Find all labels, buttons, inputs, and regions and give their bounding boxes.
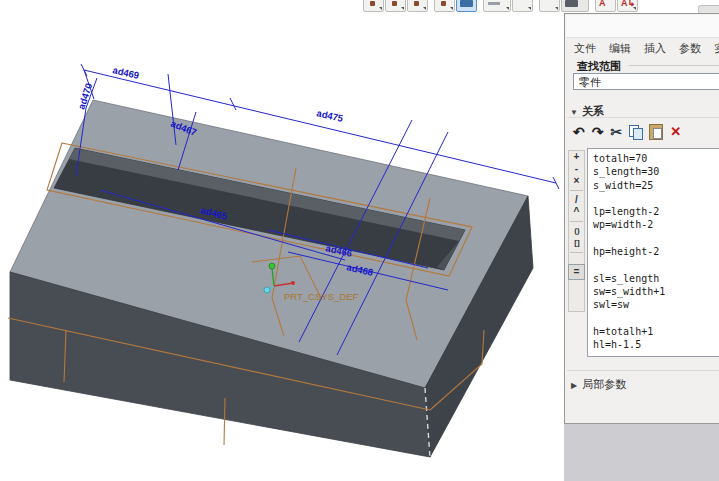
toolbar-button-1[interactable] <box>363 0 384 12</box>
csys-z-handle[interactable] <box>264 287 270 293</box>
menu-parameters[interactable]: 参数 <box>679 41 701 56</box>
local-params-section-header[interactable]: ▶局部参数 <box>571 377 626 392</box>
background-area <box>564 424 719 481</box>
csys-label[interactable]: PRT_CSYS_DEF <box>284 291 358 302</box>
op-plus-button[interactable]: + <box>569 151 584 163</box>
csys-cross-mark: × <box>291 301 296 311</box>
groupbox-divider <box>629 65 719 66</box>
app-window: ad469 ad467 ad475 ad465 ad466 ad468 ad47… <box>0 0 719 481</box>
dim-label-ad469[interactable]: ad469 <box>112 64 141 81</box>
op-divide-button[interactable]: / <box>569 194 584 206</box>
dialog-menubar: 文件 编辑 插入 参数 实用工具 <box>565 38 719 58</box>
relations-toolbar: ↶ ↷ ✂ ✕ <box>573 120 719 144</box>
toolbar-button-7[interactable] <box>539 0 560 12</box>
delete-icon[interactable]: ✕ <box>670 123 681 141</box>
collapse-triangle-icon: ▼ <box>570 108 578 117</box>
toolbar-button-6[interactable] <box>512 0 533 12</box>
operator-palette: + - × / ^ ( ) [ ] = <box>568 150 585 312</box>
op-multiply-button[interactable]: × <box>569 175 584 187</box>
relations-dialog: 文件 编辑 插入 参数 实用工具 查找范围 零件 ▼关系 ↶ ↷ ✂ ✕ + -… <box>564 13 719 424</box>
dim-tick-2 <box>230 98 236 110</box>
redo-icon[interactable]: ↷ <box>592 123 604 141</box>
relations-divider <box>567 117 719 118</box>
toolbar-button-8[interactable]: A <box>595 0 616 12</box>
toolbar-button-4[interactable] <box>434 0 455 12</box>
op-brackets-button[interactable]: [ ] <box>569 237 584 249</box>
op-power-button[interactable]: ^ <box>569 206 584 218</box>
expand-triangle-icon: ▶ <box>571 381 577 390</box>
dim-label-ad475[interactable]: ad475 <box>316 107 345 124</box>
toolbar-button-9[interactable]: A↳ <box>617 0 638 12</box>
local-params-label: 局部参数 <box>582 378 626 390</box>
csys-y-handle[interactable] <box>269 263 275 269</box>
lookin-combobox[interactable]: 零件 <box>573 73 719 90</box>
relations-section-label: 关系 <box>582 105 604 117</box>
main-toolbar: A A↳ <box>363 0 638 12</box>
cut-icon[interactable]: ✂ <box>610 123 622 141</box>
toolbar-button-active[interactable] <box>456 0 477 12</box>
menu-utilities[interactable]: 实用工具 <box>714 41 719 56</box>
menu-insert[interactable]: 插入 <box>644 41 666 56</box>
lookin-group-label: 查找范围 <box>577 59 621 74</box>
op-minus-button[interactable]: - <box>569 163 584 175</box>
undo-icon[interactable]: ↶ <box>573 123 585 141</box>
eraser-tool-button[interactable] <box>561 0 589 12</box>
op-equals-button[interactable]: = <box>568 264 585 280</box>
menu-edit[interactable]: 编辑 <box>609 41 631 56</box>
local-params-divider <box>567 370 719 371</box>
relations-code-editor[interactable]: totalh=70 s_length=30 s_width=25 lp=leng… <box>587 148 719 357</box>
menu-file[interactable]: 文件 <box>574 41 596 56</box>
op-parens-button[interactable]: ( ) <box>569 225 584 237</box>
csys-x-handle[interactable] <box>291 281 295 285</box>
paste-icon[interactable] <box>649 124 663 140</box>
copy-icon[interactable] <box>629 125 642 139</box>
toolbar-button-5[interactable] <box>483 0 511 12</box>
toolbar-button-2[interactable] <box>385 0 406 12</box>
dialog-title-bar[interactable] <box>566 15 719 38</box>
toolbar-button-3[interactable] <box>407 0 428 12</box>
